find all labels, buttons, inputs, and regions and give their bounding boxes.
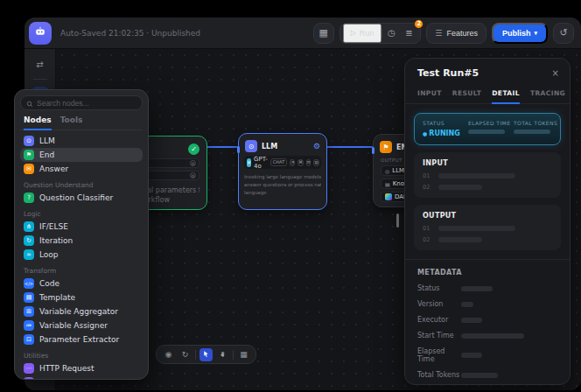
publish-button[interactable]: Publish ▾ xyxy=(492,23,548,44)
search-input[interactable] xyxy=(37,99,136,108)
search-icon xyxy=(26,94,33,111)
llm-node[interactable]: ⊙ LLM ⚙ ✳ GPT-4o CHAT ◔ ⌘ ⊟ ▤ Invoking l… xyxy=(238,133,327,210)
skeleton-bar xyxy=(461,302,473,307)
tab-result[interactable]: RESULT xyxy=(452,86,481,103)
test-run-panel: Test Run#5 × INPUT RESULT DETAIL TRACING… xyxy=(404,58,570,385)
skeleton-bar xyxy=(461,318,482,323)
input-card: INPUT 01 02 xyxy=(414,152,561,198)
close-icon[interactable]: × xyxy=(552,68,559,78)
palette-item-parameter-extractor[interactable]: ⊡ Parameter Extractor xyxy=(20,332,143,346)
tab-nodes[interactable]: Nodes xyxy=(24,116,52,130)
llm-icon: ⊙ xyxy=(245,140,257,152)
panel-header: Test Run#5 × xyxy=(405,59,570,84)
layout-toggle-button[interactable]: ▦ xyxy=(313,23,334,44)
question-classifier-icon: ? xyxy=(24,192,34,203)
llm-node-title: LLM xyxy=(262,143,277,150)
organize-icon: ▦ xyxy=(240,350,248,359)
variable-assigner-icon: ≔ xyxy=(24,320,34,331)
skeleton-bar xyxy=(438,237,482,242)
palette-item-loop[interactable]: ∞ Loop xyxy=(20,248,143,262)
run-button-group: ▷ Run ◷ ≣ 2 xyxy=(340,23,422,44)
skeleton-bar xyxy=(438,185,482,190)
elapsed-column: ELAPSED TIME xyxy=(468,120,507,137)
publish-label: Publish xyxy=(502,29,531,38)
palette-item-answer[interactable]: ✉ Answer xyxy=(20,162,143,176)
top-bar: Auto-Saved 21:02:35 · Unpublished ▦ ▷ Ru… xyxy=(24,18,581,49)
control-icon: ◉ xyxy=(165,350,172,359)
hand-icon xyxy=(219,350,227,360)
pointer-mode-button[interactable] xyxy=(200,348,213,361)
hand-mode-button[interactable] xyxy=(216,348,229,361)
success-check-icon: ✓ xyxy=(188,144,200,155)
model-name: GPT-4o xyxy=(254,156,268,170)
features-label: Features xyxy=(446,29,478,38)
checklist-badge: 2 xyxy=(414,19,424,29)
tab-tools[interactable]: Tools xyxy=(60,116,83,130)
node-palette: Nodes Tools ⊙ LLM ⚑ End ✉ Answer Questio… xyxy=(14,89,149,380)
run-history-icon-button[interactable]: ◷ xyxy=(382,24,400,42)
tokens-column: TOTAL TOKENS xyxy=(514,120,552,137)
iteration-icon: ↻ xyxy=(24,235,34,246)
if-else-icon: ⋔ xyxy=(24,221,34,232)
knowledge-var-icon: ▤ xyxy=(385,181,390,187)
undo-icon-button[interactable]: ↻ xyxy=(178,348,192,361)
screenshot-root: Auto-Saved 21:02:35 · Unpublished ▦ ▷ Ru… xyxy=(0,0,581,392)
section-utilities: Utilities xyxy=(24,352,139,360)
code-icon: </> xyxy=(24,278,34,289)
version-history-button[interactable]: ↺ xyxy=(553,23,574,44)
palette-item-http-request[interactable]: ⋯ HTTP Request xyxy=(20,361,143,375)
palette-tabs: Nodes Tools xyxy=(20,110,143,130)
search-box[interactable] xyxy=(20,95,143,110)
panel-title: Test Run#5 xyxy=(417,67,479,79)
palette-item-iteration[interactable]: ↻ Iteration xyxy=(20,234,143,248)
variable-aggregator-icon: ⊞ xyxy=(24,306,34,317)
palette-item-list-operator[interactable]: ⇅ List Operator xyxy=(20,375,143,380)
dalle-var-icon xyxy=(385,193,392,200)
list-operator-icon: ⇅ xyxy=(24,377,34,380)
section-transform: Transform xyxy=(24,267,139,275)
canvas-toolbar: ◉ ↻ ▦ xyxy=(156,345,256,364)
answer-icon: ✉ xyxy=(24,164,34,174)
section-question-understand: Question Understand xyxy=(24,181,139,189)
palette-item-question-classifier[interactable]: ? Question Classifier xyxy=(20,191,143,205)
run-button[interactable]: ▷ Run xyxy=(343,24,382,43)
model-selector[interactable]: ✳ GPT-4o CHAT ◔ ⌘ ⊟ ▤ xyxy=(244,156,321,169)
app-logo[interactable] xyxy=(29,22,52,45)
output-card: OUTPUT 01 02 xyxy=(414,205,561,250)
palette-item-llm[interactable]: ⊙ LLM xyxy=(20,134,143,148)
skeleton-bar xyxy=(461,286,493,291)
palette-item-code[interactable]: </> Code xyxy=(20,276,143,290)
panel-resize-handle[interactable] xyxy=(396,214,399,228)
palette-item-template[interactable]: ▤ Template xyxy=(20,290,143,304)
llm-var-icon: ◎ xyxy=(385,168,389,174)
divider xyxy=(195,350,196,360)
capability-icon: ⊟ xyxy=(306,159,312,166)
palette-item-variable-assigner[interactable]: ≔ Variable Assigner xyxy=(20,318,143,332)
section-logic: Logic xyxy=(24,210,139,218)
checklist-icon: ≣ xyxy=(405,28,412,38)
topbar-actions: ▦ ▷ Run ◷ ≣ 2 ☰ Features Publ xyxy=(313,23,574,44)
capability-icon: ◔ xyxy=(290,159,295,166)
robot-icon xyxy=(33,24,47,42)
llm-node-header: ⊙ LLM ⚙ xyxy=(239,134,326,156)
swap-icon[interactable]: ⇄ xyxy=(36,56,43,72)
skeleton-bar xyxy=(438,173,515,178)
palette-item-end[interactable]: ⚑ End xyxy=(20,148,143,162)
palette-item-variable-aggregator[interactable]: ⊞ Variable Aggregator xyxy=(20,304,143,318)
palette-item-if-else[interactable]: ⋔ IF/ELSE xyxy=(20,220,143,234)
features-button[interactable]: ☰ Features xyxy=(426,23,486,44)
gear-icon[interactable]: ⚙ xyxy=(313,142,320,150)
organize-icon-button[interactable]: ▦ xyxy=(237,348,250,361)
control-icon-button[interactable]: ◉ xyxy=(162,348,175,361)
metadata-section: METADATA Status Version Executor Start T… xyxy=(405,259,570,385)
chat-badge: CHAT xyxy=(270,158,287,166)
template-icon: ▤ xyxy=(24,292,34,303)
loop-icon: ∞ xyxy=(24,249,34,260)
tab-detail[interactable]: DETAIL xyxy=(492,86,520,104)
edge-start-to-llm xyxy=(207,146,238,148)
tab-tracing[interactable]: TRACING xyxy=(530,86,565,103)
input-port xyxy=(372,147,374,154)
llm-icon: ⊙ xyxy=(24,136,34,146)
capability-icon: ▤ xyxy=(313,159,318,166)
tab-input[interactable]: INPUT xyxy=(417,86,442,103)
